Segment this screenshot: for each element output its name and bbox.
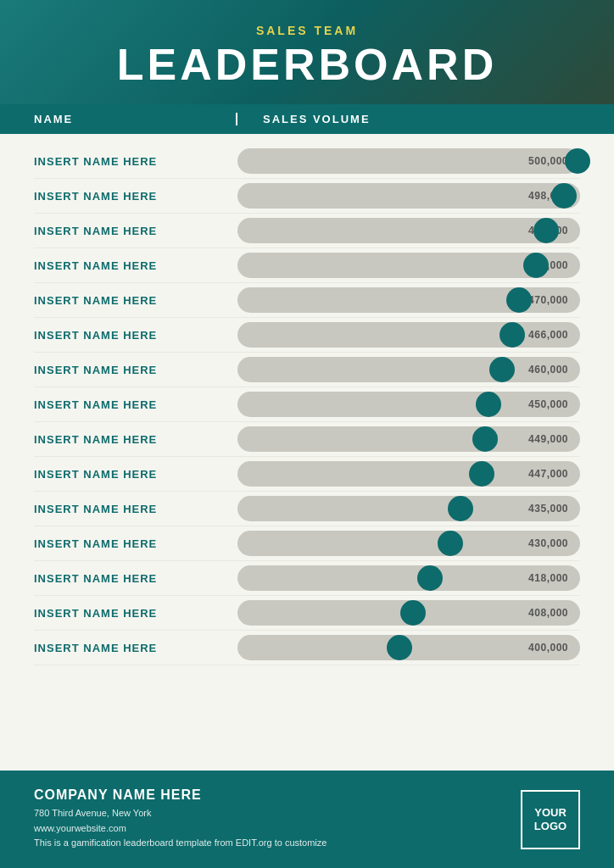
bar-container: 430,000 — [237, 531, 580, 556]
bar-dot — [417, 565, 443, 591]
bar-value: 450,000 — [528, 398, 568, 410]
bar-track: 460,000 — [237, 357, 580, 382]
bar-container: 487,000 — [237, 218, 580, 243]
bar-value: 470,000 — [528, 294, 568, 306]
bar-container: 418,000 — [237, 565, 580, 591]
column-headers: NAME SALES VOLUME — [0, 104, 614, 134]
table-row: INSERT NAME HERE 430,000 — [34, 526, 580, 561]
bar-track: 435,000 — [237, 496, 580, 521]
bar-track: 449,000 — [237, 426, 580, 452]
footer-info: COMPANY NAME HERE 780 Third Avenue, New … — [34, 787, 327, 851]
bar-container: 470,000 — [237, 287, 580, 313]
bar-track: 487,000 — [237, 218, 580, 243]
main-title: LEADERBOARD — [34, 41, 580, 89]
bar-value: 449,000 — [528, 433, 568, 445]
row-name: INSERT NAME HERE — [34, 398, 237, 411]
bar-dot — [489, 357, 515, 382]
bar-value: 435,000 — [528, 503, 568, 515]
row-name: INSERT NAME HERE — [34, 642, 237, 654]
bar-container: 460,000 — [237, 357, 580, 382]
table-row: INSERT NAME HERE 460,000 — [34, 353, 580, 387]
bar-track: 450,000 — [237, 392, 580, 417]
table-row: INSERT NAME HERE 408,000 — [34, 596, 580, 631]
bar-dot — [533, 218, 559, 243]
table-row: INSERT NAME HERE 435,000 — [34, 492, 580, 526]
page: SALES TEAM LEADERBOARD NAME SALES VOLUME… — [0, 0, 614, 868]
bar-dot — [469, 461, 494, 487]
table-row: INSERT NAME HERE 450,000 — [34, 387, 580, 422]
bar-track: 447,000 — [237, 461, 580, 487]
bar-track: 408,000 — [237, 600, 580, 626]
bar-value: 400,000 — [528, 642, 568, 654]
bar-container: 408,000 — [237, 600, 580, 626]
logo-placeholder: YOURLOGO — [521, 790, 580, 849]
bar-value: 460,000 — [528, 364, 568, 376]
footer: COMPANY NAME HERE 780 Third Avenue, New … — [0, 771, 614, 868]
row-name: INSERT NAME HERE — [34, 294, 237, 307]
table-row: INSERT NAME HERE 418,000 — [34, 561, 580, 596]
bar-dot — [387, 635, 412, 660]
subtitle: SALES TEAM — [34, 24, 580, 37]
table-row: INSERT NAME HERE 480,000 — [34, 248, 580, 283]
table-row: INSERT NAME HERE 466,000 — [34, 318, 580, 353]
table-row: INSERT NAME HERE 470,000 — [34, 283, 580, 318]
row-name: INSERT NAME HERE — [34, 190, 237, 203]
tagline: This is a gamification leaderboard templ… — [34, 837, 327, 848]
bar-dot — [506, 287, 532, 313]
table-row: INSERT NAME HERE 447,000 — [34, 457, 580, 492]
row-name: INSERT NAME HERE — [34, 225, 237, 237]
bar-dot — [500, 322, 525, 348]
bar-track: 430,000 — [237, 531, 580, 556]
col-sales-header: SALES VOLUME — [237, 113, 580, 125]
row-name: INSERT NAME HERE — [34, 468, 237, 481]
bar-track: 400,000 — [237, 635, 580, 660]
bar-container: 447,000 — [237, 461, 580, 487]
table-row: INSERT NAME HERE 449,000 — [34, 422, 580, 457]
bar-track: 500,000 — [237, 148, 580, 174]
bar-container: 450,000 — [237, 392, 580, 417]
bar-container: 449,000 — [237, 426, 580, 452]
row-name: INSERT NAME HERE — [34, 155, 237, 168]
bar-dot — [476, 392, 501, 417]
bar-track: 480,000 — [237, 253, 580, 278]
bar-value: 447,000 — [528, 468, 568, 480]
table-row: INSERT NAME HERE 500,000 — [34, 144, 580, 179]
bar-container: 400,000 — [237, 635, 580, 660]
header: SALES TEAM LEADERBOARD — [0, 0, 614, 104]
bar-dot — [438, 531, 463, 556]
bar-container: 500,000 — [237, 148, 580, 174]
company-name: COMPANY NAME HERE — [34, 787, 327, 803]
bar-track: 418,000 — [237, 565, 580, 591]
bar-track: 498,000 — [237, 183, 580, 209]
table-row: INSERT NAME HERE 487,000 — [34, 214, 580, 248]
bar-dot — [400, 600, 426, 626]
row-name: INSERT NAME HERE — [34, 433, 237, 446]
bar-value: 500,000 — [528, 155, 568, 167]
row-name: INSERT NAME HERE — [34, 329, 237, 342]
bar-dot — [448, 496, 473, 521]
bar-track: 466,000 — [237, 322, 580, 348]
row-name: INSERT NAME HERE — [34, 259, 237, 272]
row-name: INSERT NAME HERE — [34, 537, 237, 550]
row-name: INSERT NAME HERE — [34, 572, 237, 585]
bar-container: 466,000 — [237, 322, 580, 348]
table-row: INSERT NAME HERE 498,000 — [34, 179, 580, 214]
bar-track: 470,000 — [237, 287, 580, 313]
bar-value: 430,000 — [528, 537, 568, 549]
col-name-header: NAME — [34, 113, 237, 125]
bar-dot — [523, 253, 549, 278]
row-name: INSERT NAME HERE — [34, 364, 237, 376]
bar-value: 418,000 — [528, 572, 568, 584]
table-row: INSERT NAME HERE 400,000 — [34, 631, 580, 665]
row-name: INSERT NAME HERE — [34, 607, 237, 620]
bar-value: 466,000 — [528, 329, 568, 341]
bar-container: 435,000 — [237, 496, 580, 521]
address-line: 780 Third Avenue, New York — [34, 808, 151, 818]
bar-value: 408,000 — [528, 607, 568, 619]
website: www.yourwebsite.com — [34, 823, 126, 833]
row-name: INSERT NAME HERE — [34, 503, 237, 515]
leaderboard-table: INSERT NAME HERE 500,000 INSERT NAME HER… — [0, 134, 614, 771]
bar-dot — [551, 183, 577, 209]
logo-text: YOURLOGO — [534, 806, 567, 832]
bar-dot — [472, 426, 498, 452]
